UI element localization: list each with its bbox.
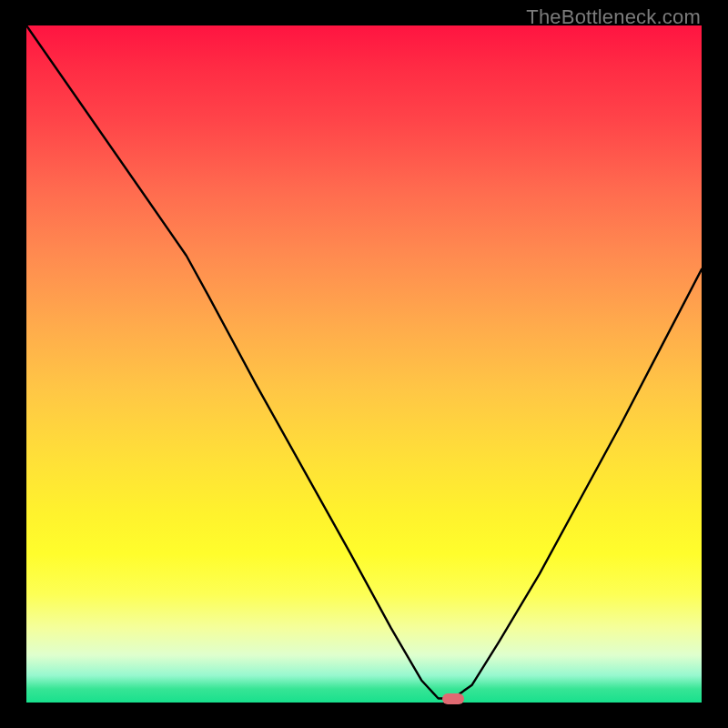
watermark-text: TheBottleneck.com [526,5,701,29]
bottleneck-curve [26,25,702,703]
chart-frame: TheBottleneck.com [0,0,728,728]
optimum-marker [442,693,464,704]
